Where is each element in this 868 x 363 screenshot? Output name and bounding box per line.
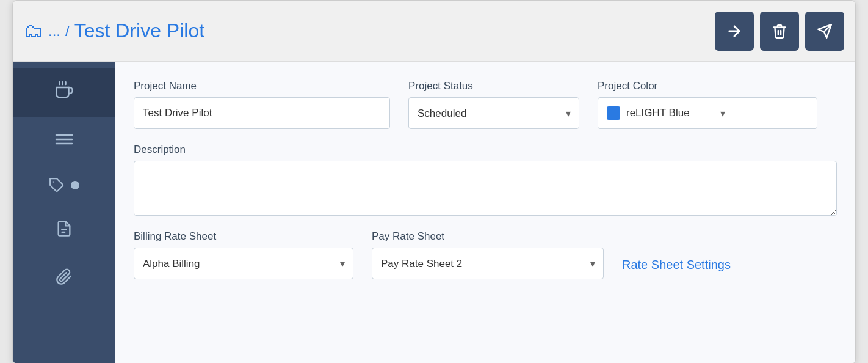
description-group: Description [134, 144, 837, 216]
project-name-input[interactable] [134, 97, 390, 129]
rate-sheet-settings-link[interactable]: Rate Sheet Settings [622, 258, 731, 279]
pay-rate-select[interactable]: Pay Rate Sheet 2 Pay Rate Sheet 1 [372, 248, 604, 279]
project-color-select[interactable]: reLIGHT Blue ▾ [598, 97, 817, 129]
project-color-group: Project Color reLIGHT Blue ▾ [598, 80, 817, 129]
coffee-icon [55, 81, 73, 104]
project-name-label: Project Name [134, 80, 390, 92]
description-label: Description [134, 144, 837, 156]
description-textarea[interactable] [134, 161, 837, 216]
delete-button[interactable] [760, 12, 799, 51]
project-status-select[interactable]: Scheduled Active Completed On Hold [408, 97, 579, 129]
sidebar-item-menu[interactable] [13, 117, 115, 164]
main-window: 🗂 ... / Test Drive Pilot [12, 0, 856, 363]
project-status-label: Project Status [408, 80, 579, 92]
color-swatch [607, 106, 620, 120]
header-bar: 🗂 ... / Test Drive Pilot [13, 1, 855, 62]
pay-rate-select-wrapper: Pay Rate Sheet 2 Pay Rate Sheet 1 [372, 248, 604, 279]
sidebar-item-tags[interactable] [13, 164, 115, 207]
forward-button[interactable] [715, 12, 754, 51]
form-row-1: Project Name Project Status Scheduled Ac… [134, 80, 837, 129]
header-actions [715, 12, 844, 51]
sidebar-item-notes[interactable] [13, 207, 115, 255]
project-status-select-wrapper: Scheduled Active Completed On Hold [408, 97, 579, 129]
breadcrumb-title: Test Drive Pilot [74, 20, 204, 42]
breadcrumb: 🗂 ... / Test Drive Pilot [24, 20, 204, 42]
sidebar-item-attachments[interactable] [13, 255, 115, 303]
project-color-label: Project Color [598, 80, 817, 92]
project-status-group: Project Status Scheduled Active Complete… [408, 80, 579, 129]
folder-icon: 🗂 [24, 20, 43, 42]
billing-rate-sheet-group: Billing Rate Sheet Alpha Billing Beta Bi… [134, 230, 353, 279]
send-button[interactable] [805, 12, 844, 51]
breadcrumb-dots[interactable]: ... [48, 23, 60, 40]
menu-icon [55, 131, 73, 150]
main-content: Project Name Project Status Scheduled Ac… [13, 62, 855, 363]
form-content: Project Name Project Status Scheduled Ac… [115, 62, 855, 363]
notes-icon [56, 220, 73, 241]
form-row-3: Billing Rate Sheet Alpha Billing Beta Bi… [134, 230, 837, 279]
project-name-group: Project Name [134, 80, 390, 129]
form-row-2: Description [134, 144, 837, 216]
sidebar [13, 62, 115, 363]
billing-rate-select-wrapper: Alpha Billing Beta Billing [134, 248, 353, 279]
color-value-label: reLIGHT Blue [626, 107, 714, 119]
color-chevron-icon: ▾ [720, 108, 808, 119]
billing-rate-select[interactable]: Alpha Billing Beta Billing [134, 248, 353, 279]
attachment-icon [56, 268, 73, 290]
tag-dot-group [49, 177, 79, 193]
breadcrumb-separator: / [65, 23, 70, 40]
dot-icon [71, 181, 79, 189]
pay-rate-sheet-group: Pay Rate Sheet Pay Rate Sheet 2 Pay Rate… [372, 230, 604, 279]
pay-rate-sheet-label: Pay Rate Sheet [372, 230, 604, 243]
sidebar-item-coffee[interactable] [13, 68, 115, 117]
billing-rate-sheet-label: Billing Rate Sheet [134, 230, 353, 243]
